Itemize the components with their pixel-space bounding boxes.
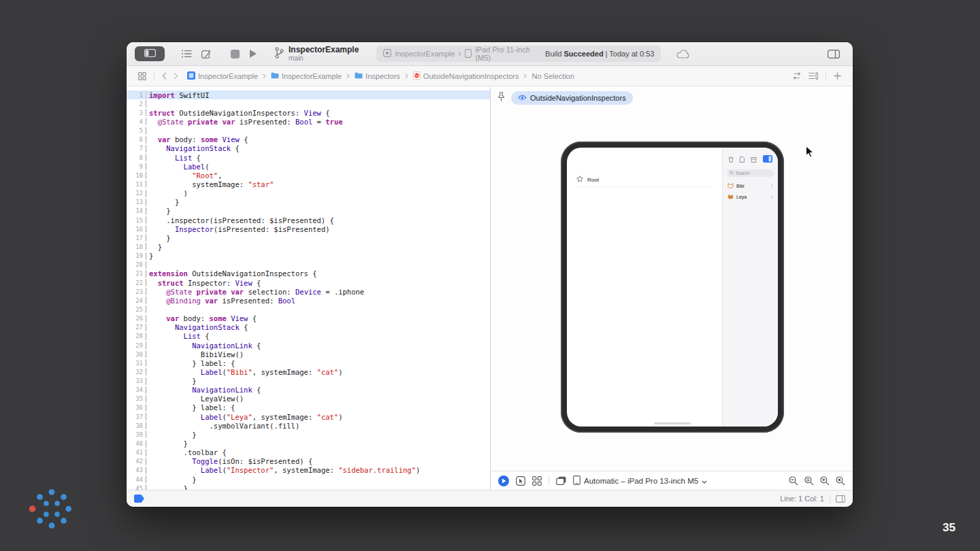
code-line[interactable]: 43 Label("Inspector", systemImage: "side… — [127, 466, 490, 475]
code-line[interactable]: 15 .inspector(isPresented: $isPresented)… — [127, 216, 490, 224]
line-number[interactable]: 4 — [127, 118, 145, 125]
zoom-fit-icon[interactable] — [804, 476, 814, 486]
line-number[interactable]: 32 — [127, 369, 145, 375]
breakpoint-icon[interactable] — [134, 495, 144, 503]
code-line[interactable]: 13 } — [127, 198, 490, 207]
line-number[interactable]: 14 — [127, 207, 145, 214]
code-line[interactable]: 20 — [127, 261, 490, 269]
code-line[interactable]: 9 Label( — [127, 162, 490, 171]
code-line[interactable]: 41 .toolbar { — [127, 448, 490, 457]
code-line[interactable]: 24 @Binding var isPresented: Bool — [127, 296, 490, 305]
line-number[interactable]: 26 — [127, 315, 145, 322]
line-number[interactable]: 44 — [127, 476, 145, 483]
line-number[interactable]: 20 — [127, 261, 145, 268]
line-number[interactable]: 3 — [127, 110, 145, 116]
code-line[interactable]: 25 — [127, 305, 490, 314]
add-editor-plus-icon[interactable] — [834, 72, 841, 80]
line-number[interactable]: 41 — [127, 449, 145, 456]
forward-button[interactable] — [174, 72, 178, 80]
line-number[interactable]: 9 — [127, 163, 145, 170]
archive-icon[interactable] — [751, 153, 757, 165]
preview-destination-selector[interactable]: Automatic – iPad Pro 13-inch M5 — [573, 475, 707, 486]
code-line[interactable]: 44 } — [127, 475, 490, 484]
code-line[interactable]: 31 } label: { — [127, 358, 490, 367]
code-line[interactable]: 33 } — [127, 377, 490, 386]
live-preview-button[interactable] — [498, 475, 509, 486]
line-number[interactable]: 15 — [127, 217, 145, 224]
line-number[interactable]: 12 — [127, 190, 145, 197]
editor-layout-icon[interactable] — [828, 50, 840, 59]
line-number[interactable]: 40 — [127, 440, 145, 447]
inspector-toggle-icon[interactable] — [763, 153, 772, 165]
code-line[interactable]: 14 } — [127, 207, 490, 216]
code-line[interactable]: 26 var body: some View { — [127, 314, 490, 323]
code-line[interactable]: 4 @State private var isPresented: Bool =… — [127, 117, 490, 126]
line-number[interactable]: 2 — [127, 101, 145, 107]
list-icon[interactable] — [182, 50, 192, 58]
variants-grid-button[interactable] — [532, 476, 542, 486]
device-preview-screen[interactable]: Root — [567, 148, 778, 427]
root-list-row[interactable]: Root — [576, 176, 599, 184]
line-number[interactable]: 25 — [127, 306, 145, 313]
inspector-search-field[interactable]: Search — [727, 169, 774, 177]
line-number[interactable]: 22 — [127, 280, 145, 286]
line-number[interactable]: 38 — [127, 422, 145, 429]
inspector-row-leya[interactable]: Leya — [723, 191, 778, 202]
code-line[interactable]: 17 } — [127, 233, 490, 242]
code-line[interactable]: 22 struct Inspector: View { — [127, 278, 490, 287]
code-line[interactable]: 8 List { — [127, 153, 490, 162]
breadcrumb-file[interactable]: OutsideNavigationInspectors — [413, 71, 519, 81]
color-scheme-button[interactable] — [556, 476, 566, 485]
line-number[interactable]: 33 — [127, 378, 145, 384]
code-line[interactable]: 11 systemImage: "star" — [127, 180, 490, 188]
line-number[interactable]: 45 — [127, 485, 145, 490]
cloud-icon[interactable] — [676, 50, 689, 59]
code-line[interactable]: 16 Inspector(isPresented: $isPresented) — [127, 224, 490, 233]
line-number[interactable]: 13 — [127, 199, 145, 205]
line-number[interactable]: 6 — [127, 136, 145, 143]
line-number[interactable]: 21 — [127, 270, 145, 277]
zoom-actual-size-icon[interactable] — [836, 476, 845, 486]
activity-viewer[interactable]: InspectorExample iPad Pro 11-inch (M5) B… — [376, 46, 661, 62]
line-number[interactable]: 28 — [127, 333, 145, 339]
code-line[interactable]: 34 NavigationLink { — [127, 386, 490, 395]
inspector-row-bibi[interactable]: Bibi — [723, 180, 778, 191]
code-line[interactable]: 35 LeyaView() — [127, 395, 490, 403]
selectable-mode-button[interactable] — [516, 476, 525, 486]
code-line[interactable]: 5 — [127, 127, 490, 135]
preview-tab[interactable]: OutsideNavigationInspectors — [511, 91, 633, 105]
code-line[interactable]: 39 } — [127, 430, 490, 439]
code-line[interactable]: 6 var body: some View { — [127, 135, 490, 144]
navigator-toggle-button[interactable] — [135, 46, 165, 61]
code-line[interactable]: 29 NavigationLink { — [127, 341, 490, 350]
code-line[interactable]: 21extension OutsideNavigationInspectors … — [127, 269, 490, 278]
line-number[interactable]: 30 — [127, 351, 145, 358]
line-number[interactable]: 11 — [127, 181, 145, 188]
line-number[interactable]: 35 — [127, 395, 145, 402]
line-number[interactable]: 18 — [127, 244, 145, 250]
code-line[interactable]: 38 .symbolVariant(.fill) — [127, 421, 490, 430]
line-number[interactable]: 19 — [127, 252, 145, 259]
code-line[interactable]: 42 Toggle(isOn: $isPresented) { — [127, 457, 490, 466]
zoom-out-icon[interactable] — [789, 476, 798, 486]
line-number[interactable]: 37 — [127, 414, 145, 420]
line-number[interactable]: 36 — [127, 404, 145, 411]
code-line[interactable]: 12 ) — [127, 189, 490, 198]
code-line[interactable]: 28 List { — [127, 332, 490, 341]
code-line[interactable]: 30 BibiView() — [127, 350, 490, 358]
zoom-in-icon[interactable] — [820, 476, 830, 486]
line-number[interactable]: 27 — [127, 324, 145, 331]
editor-options-icon[interactable] — [808, 72, 818, 80]
line-number[interactable]: 10 — [127, 172, 145, 179]
pin-icon[interactable] — [497, 92, 505, 105]
line-number[interactable]: 8 — [127, 154, 145, 161]
stop-button[interactable] — [231, 50, 240, 59]
counterparts-icon[interactable] — [792, 72, 802, 80]
add-editor-icon[interactable] — [201, 50, 211, 59]
code-line[interactable]: 40 } — [127, 439, 490, 448]
breadcrumb-project[interactable]: InspectorExample — [187, 71, 258, 81]
code-line[interactable]: 18 } — [127, 242, 490, 251]
code-line[interactable]: 10 "Root", — [127, 171, 490, 180]
line-number[interactable]: 17 — [127, 235, 145, 241]
code-line[interactable]: 37 Label("Leya", systemImage: "cat") — [127, 412, 490, 421]
